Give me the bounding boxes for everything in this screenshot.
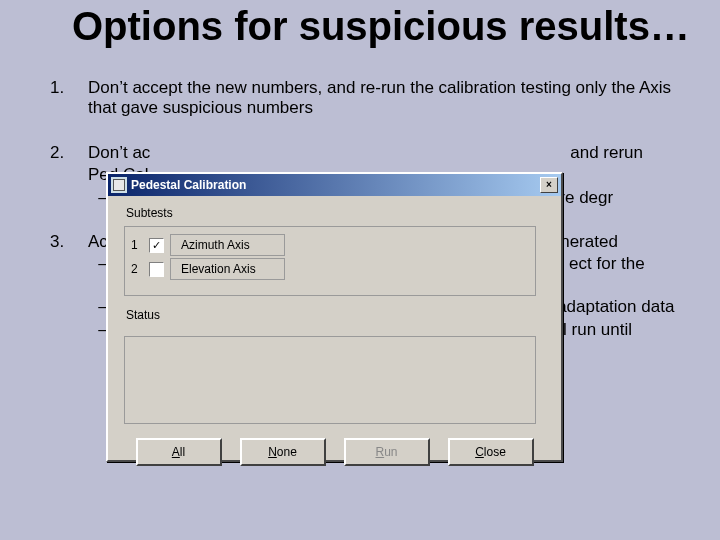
run-button[interactable]: Run [344,438,430,466]
list-text: Don’t accept the new numbers, and re-run… [88,78,675,119]
list-number: 1. [50,78,88,121]
close-button[interactable]: × [540,177,558,193]
status-label: Status [126,308,545,322]
row-number: 2 [131,262,145,276]
page-title: Options for suspicious results… [72,4,690,49]
list-number: 2. [50,143,88,210]
window-icon [111,177,127,193]
row-number: 1 [131,238,145,252]
subtests-panel: 1 ✓ Azimuth Axis 2 Elevation Axis [124,226,536,296]
status-panel [124,336,536,424]
subtests-label: Subtests [126,206,545,220]
axis-label[interactable]: Elevation Axis [170,258,285,280]
calibration-dialog: Pedestal Calibration × Subtests 1 ✓ Azim… [106,172,563,462]
all-button[interactable]: All [136,438,222,466]
dialog-titlebar[interactable]: Pedestal Calibration × [108,174,561,196]
axis-label[interactable]: Azimuth Axis [170,234,285,256]
dialog-title: Pedestal Calibration [131,178,246,192]
close-dialog-button[interactable]: Close [448,438,534,466]
none-button[interactable]: None [240,438,326,466]
list-number: 3. [50,232,88,403]
checkbox-elevation[interactable] [149,262,164,277]
checkbox-azimuth[interactable]: ✓ [149,238,164,253]
list-text: Don’t acccept the new numbers, restore t… [88,143,675,163]
